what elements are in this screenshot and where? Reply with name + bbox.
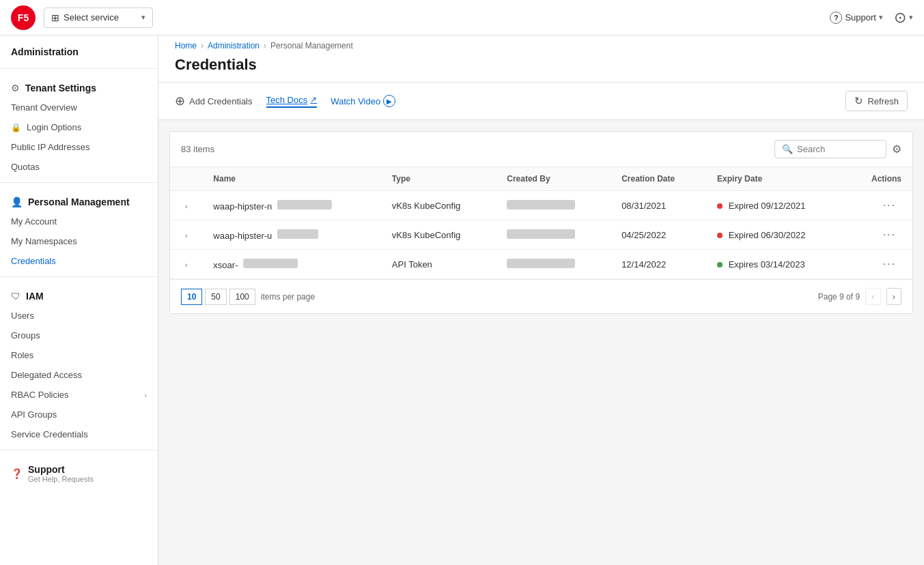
sidebar-item-quotas[interactable]: Quotas [0, 157, 158, 177]
sidebar-item-public-ip[interactable]: Public IP Addresses [0, 137, 158, 157]
breadcrumb: Home › Administration › Personal Managem… [175, 41, 908, 50]
table-row: › waap-hipster-n vK8s KubeConfig 08/31/2… [170, 191, 912, 220]
lock-icon: 🔒 [11, 123, 21, 132]
per-page-100-button[interactable]: 100 [229, 289, 255, 305]
breadcrumb-admin[interactable]: Administration [208, 41, 260, 50]
col-creation-date: Creation Date [611, 167, 706, 191]
row1-expand-cell: › [170, 191, 202, 220]
table-head: Name Type Created By Creation Date Expir… [170, 167, 912, 191]
row1-name-blurred [277, 200, 332, 209]
refresh-button[interactable]: ↻ Refresh [845, 91, 908, 111]
row3-expiry-cell: Expires 03/14/2023 [706, 250, 846, 279]
breadcrumb-sep-2: › [264, 41, 266, 50]
sidebar-item-rbac-policies[interactable]: RBAC Policies › [0, 385, 158, 405]
pagination-bar: 10 50 100 items per page Page 9 of 9 ‹ › [170, 279, 912, 313]
sidebar-item-users[interactable]: Users [0, 306, 158, 325]
user-icon: ⊙ [894, 9, 906, 27]
row3-expand-btn[interactable]: › [181, 260, 191, 270]
sidebar: Administration ⚙ Tenant Settings Tenant … [0, 35, 158, 565]
sidebar-item-my-account[interactable]: My Account [0, 212, 158, 231]
my-account-label: My Account [11, 216, 57, 227]
table-header-row: Name Type Created By Creation Date Expir… [170, 167, 912, 191]
support-section-text: Support Get Help, Requests [28, 464, 94, 483]
sidebar-item-service-credentials[interactable]: Service Credentials [0, 424, 158, 444]
my-namespaces-label: My Namespaces [11, 236, 77, 246]
table-row: › waap-hipster-u vK8s KubeConfig 04/25/2… [170, 220, 912, 250]
col-name: Name [202, 167, 380, 191]
quotas-label: Quotas [11, 162, 40, 172]
sidebar-item-delegated-access[interactable]: Delegated Access [0, 365, 158, 385]
sidebar-item-roles[interactable]: Roles [0, 345, 158, 365]
row3-name-text: xsoar- [213, 260, 238, 270]
admin-section-title: Administration [0, 35, 158, 63]
row3-actions-button[interactable]: ··· [878, 257, 901, 271]
user-account-button[interactable]: ⊙ ▾ [894, 9, 913, 27]
row1-actions-cell: ··· [846, 191, 912, 220]
row1-expiry-label: Expired 09/12/2021 [729, 201, 806, 211]
row2-created-by-cell [496, 220, 611, 250]
topbar: F5 ⊞ Select service ▾ ? Support ▾ ⊙ ▾ [0, 0, 924, 35]
sidebar-item-credentials[interactable]: Credentials [0, 251, 158, 271]
tech-docs-link[interactable]: Tech Docs ↗ [266, 95, 318, 108]
per-page-50-button[interactable]: 50 [205, 289, 226, 305]
sidebar-item-api-groups[interactable]: API Groups [0, 405, 158, 424]
per-page-label: items per page [261, 292, 315, 302]
sidebar-item-groups[interactable]: Groups [0, 325, 158, 345]
divider-2 [0, 182, 158, 183]
row3-created-by-blurred [507, 259, 575, 268]
sidebar-item-tenant-overview[interactable]: Tenant Overview [0, 98, 158, 117]
credentials-table-container: 83 items 🔍 ⚙ Name Type Created By [169, 131, 913, 314]
row2-actions-button[interactable]: ··· [878, 227, 901, 242]
search-input[interactable] [797, 144, 879, 154]
external-link-icon: ↗ [310, 95, 317, 104]
watch-video-link[interactable]: Watch Video ▶ [331, 95, 395, 107]
divider-3 [0, 276, 158, 277]
table-settings-icon[interactable]: ⚙ [892, 143, 901, 156]
support-button[interactable]: ? Support ▾ [830, 12, 883, 24]
api-groups-label: API Groups [11, 409, 57, 420]
row3-expand-cell: › [170, 250, 202, 279]
credentials-label: Credentials [11, 256, 56, 266]
tenant-settings-header: Tenant Settings [25, 83, 96, 93]
tenant-settings-icon: ⚙ [11, 83, 20, 93]
add-credentials-button[interactable]: ⊕ Add Credentials [175, 91, 253, 111]
row3-status-dot [717, 262, 723, 267]
pagination-nav: Page 9 of 9 ‹ › [818, 288, 901, 305]
refresh-label: Refresh [867, 96, 899, 106]
users-label: Users [11, 310, 34, 321]
service-selector[interactable]: ⊞ Select service ▾ [44, 8, 153, 28]
search-area: 🔍 ⚙ [774, 140, 901, 158]
topbar-left: F5 ⊞ Select service ▾ [11, 5, 153, 30]
row1-created-by-cell [496, 191, 611, 220]
row1-expand-btn[interactable]: › [181, 201, 191, 212]
row2-expand-btn[interactable]: › [181, 231, 191, 241]
per-page-10-button[interactable]: 10 [181, 289, 202, 305]
main-layout: Administration ⚙ Tenant Settings Tenant … [0, 35, 924, 565]
row2-name-cell: waap-hipster-u [202, 220, 380, 250]
groups-label: Groups [11, 330, 40, 341]
play-icon: ▶ [383, 95, 395, 107]
sidebar-item-login-options[interactable]: 🔒 Login Options [0, 117, 158, 137]
tech-docs-label: Tech Docs [266, 95, 308, 105]
table-body: › waap-hipster-n vK8s KubeConfig 08/31/2… [170, 191, 912, 279]
row1-name-text: waap-hipster-n [213, 201, 272, 212]
personal-management-icon: 👤 [11, 197, 23, 207]
row2-status-dot [717, 233, 723, 238]
row1-name-cell: waap-hipster-n [202, 191, 380, 220]
breadcrumb-home[interactable]: Home [175, 41, 197, 50]
next-page-button[interactable]: › [886, 288, 901, 305]
row1-actions-button[interactable]: ··· [878, 198, 901, 212]
support-circle-icon: ? [830, 12, 842, 24]
iam-section: 🛡 IAM [0, 282, 158, 306]
rbac-policies-label: RBAC Policies [11, 390, 69, 400]
credentials-table: Name Type Created By Creation Date Expir… [170, 167, 912, 279]
public-ip-label: Public IP Addresses [11, 142, 89, 152]
row3-name-blurred [243, 259, 298, 268]
row2-created-by-blurred [507, 229, 575, 239]
sidebar-item-my-namespaces[interactable]: My Namespaces [0, 231, 158, 251]
col-expiry-date: Expiry Date [706, 167, 846, 191]
toolbar-left: ⊕ Add Credentials Tech Docs ↗ Watch Vide… [175, 91, 395, 111]
prev-page-button[interactable]: ‹ [865, 288, 880, 305]
rbac-arrow-icon: › [144, 391, 147, 399]
breadcrumb-bar: Home › Administration › Personal Managem… [158, 35, 924, 83]
